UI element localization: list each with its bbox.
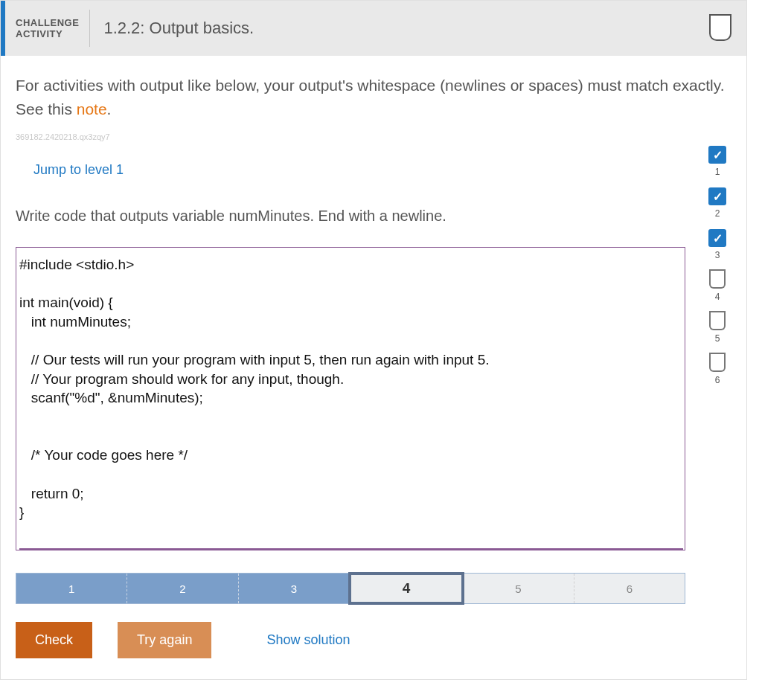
check-icon: ✓ bbox=[708, 146, 726, 164]
activity-card: CHALLENGE ACTIVITY 1.2.2: Output basics.… bbox=[0, 0, 747, 680]
check-button[interactable]: Check bbox=[16, 622, 92, 658]
level-indicator-3[interactable]: ✓3 bbox=[708, 229, 726, 260]
task-prompt: Write code that outputs variable numMinu… bbox=[16, 178, 699, 225]
instructions-after: . bbox=[107, 100, 112, 118]
level-indicator-column: ✓1✓2✓3456 bbox=[699, 141, 736, 385]
challenge-label-line1: CHALLENGE bbox=[16, 17, 79, 28]
level-indicator-2[interactable]: ✓2 bbox=[708, 187, 726, 219]
challenge-label: CHALLENGE ACTIVITY bbox=[5, 1, 89, 56]
instructions-before: For activities with output like below, y… bbox=[16, 77, 725, 118]
progress-step-5[interactable]: 5 bbox=[463, 574, 574, 603]
activity-header: CHALLENGE ACTIVITY 1.2.2: Output basics. bbox=[1, 1, 746, 56]
level-number: 2 bbox=[715, 208, 720, 219]
note-link[interactable]: note bbox=[77, 100, 107, 118]
try-again-button[interactable]: Try again bbox=[118, 622, 211, 658]
main-area: Jump to level 1 Write code that outputs … bbox=[1, 141, 746, 679]
progress-step-4[interactable]: 4 bbox=[348, 572, 464, 605]
pocket-icon bbox=[709, 271, 726, 289]
activity-title: 1.2.2: Output basics. bbox=[90, 1, 254, 56]
level-indicator-5[interactable]: 5 bbox=[709, 312, 726, 344]
level-number: 3 bbox=[715, 250, 720, 260]
pocket-icon bbox=[709, 354, 726, 372]
level-number: 1 bbox=[715, 167, 720, 177]
progress-step-3[interactable]: 3 bbox=[239, 574, 350, 603]
main-column: Jump to level 1 Write code that outputs … bbox=[1, 141, 699, 679]
bookmark-icon[interactable] bbox=[709, 1, 731, 56]
check-icon: ✓ bbox=[708, 187, 726, 205]
progress-step-1[interactable]: 1 bbox=[16, 574, 127, 603]
level-indicator-4[interactable]: 4 bbox=[709, 271, 726, 302]
instructions-text: For activities with output like below, y… bbox=[1, 56, 746, 121]
level-number: 5 bbox=[715, 333, 720, 344]
check-icon: ✓ bbox=[708, 229, 726, 247]
show-solution-button[interactable]: Show solution bbox=[266, 632, 350, 648]
pocket-icon bbox=[709, 312, 726, 330]
jump-to-level-link[interactable]: Jump to level 1 bbox=[16, 141, 699, 178]
level-indicator-6[interactable]: 6 bbox=[709, 354, 726, 385]
progress-step-6[interactable]: 6 bbox=[574, 574, 685, 603]
progress-step-2[interactable]: 2 bbox=[127, 574, 238, 603]
level-number: 6 bbox=[715, 375, 720, 385]
code-editor[interactable]: #include <stdio.h> int main(void) { int … bbox=[16, 247, 685, 550]
level-indicator-1[interactable]: ✓1 bbox=[708, 146, 726, 177]
seed-id: 369182.2420218.qx3zqy7 bbox=[1, 121, 746, 141]
progress-bar: 123456 bbox=[16, 573, 685, 604]
action-buttons: Check Try again Show solution bbox=[16, 622, 699, 679]
level-number: 4 bbox=[715, 292, 720, 302]
challenge-label-line2: ACTIVITY bbox=[16, 28, 79, 39]
